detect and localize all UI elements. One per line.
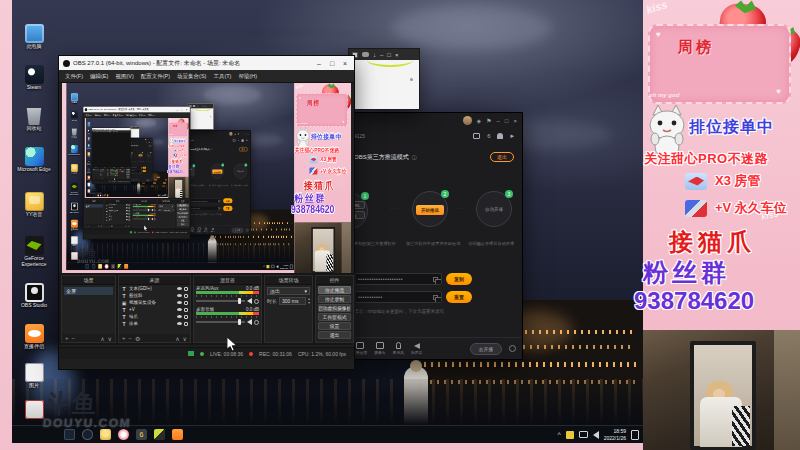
reset-key-button[interactable]: 重置 — [446, 291, 472, 303]
desktop-icon-this-pc[interactable]: 此电脑 — [86, 122, 91, 127]
remove-scene-button[interactable]: − — [72, 335, 76, 341]
volume-slider[interactable] — [196, 321, 245, 323]
flag-icon[interactable]: ⚑ — [486, 118, 491, 124]
speaker-icon[interactable] — [151, 209, 153, 212]
source-row[interactable]: T +V — [119, 306, 190, 313]
start-button[interactable] — [85, 264, 89, 269]
remove-scene-button[interactable]: − — [88, 224, 89, 227]
volume-slider[interactable] — [133, 210, 151, 211]
exit-button[interactable]: 退出 — [318, 331, 351, 339]
menu-scene-collection[interactable]: 场景集合(S) — [177, 73, 206, 80]
hidden-icons-chevron[interactable]: ^ — [557, 431, 560, 438]
volume-icon[interactable] — [593, 431, 599, 439]
speaker-control[interactable]: 扬声器 — [411, 343, 422, 355]
menu-file[interactable]: 文件(F) — [85, 114, 92, 117]
source-row[interactable]: T 接单 — [100, 175, 109, 176]
mic-control[interactable]: 麦克风 — [136, 179, 137, 181]
copy-icon[interactable] — [218, 207, 220, 209]
visibility-icon[interactable] — [177, 301, 182, 304]
add-scene-button[interactable]: + — [65, 335, 69, 341]
copy-icon[interactable] — [141, 171, 142, 172]
visibility-icon[interactable] — [177, 315, 182, 318]
source-row[interactable]: T 接单 — [119, 320, 190, 327]
desktop-icon-obs[interactable]: OBS Studio — [86, 168, 91, 173]
speaker-control[interactable]: 扬声器 — [210, 228, 214, 233]
avatar[interactable] — [229, 132, 232, 136]
menu-tools[interactable]: 工具(T) — [213, 73, 231, 80]
taskbar-app-douyu[interactable] — [100, 195, 101, 197]
stream-key-input[interactable]: ••••••••••• — [354, 291, 442, 303]
taskbar-app-six[interactable]: 6 — [136, 429, 147, 440]
maximize-icon[interactable]: □ — [505, 118, 509, 124]
scene-item[interactable]: 全屏 — [85, 204, 103, 207]
taskbar-app-gold[interactable] — [100, 429, 111, 440]
menu-view[interactable]: 视图(V) — [115, 73, 133, 80]
close-icon[interactable]: × — [513, 118, 517, 124]
visibility-icon[interactable] — [126, 216, 128, 217]
avatar[interactable] — [463, 116, 472, 125]
copy-url-button[interactable]: 复制 — [446, 273, 472, 285]
close-icon[interactable]: × — [247, 133, 248, 136]
info-icon[interactable]: ⓘ — [211, 148, 213, 151]
maximize-button[interactable]: □ — [180, 108, 184, 111]
add-scene-button[interactable]: + — [85, 224, 86, 227]
reset-key-button[interactable]: 重置 — [223, 206, 232, 211]
spinner-icons[interactable]: ▴▾ — [308, 297, 310, 305]
close-button[interactable]: × — [185, 108, 189, 111]
transition-select[interactable]: 淡出 ▾ — [158, 204, 174, 207]
go-live-button[interactable]: 去开播 — [232, 228, 244, 233]
exit-mode-button[interactable]: 退出 — [239, 147, 248, 151]
duration-input[interactable]: 300 ms — [163, 208, 173, 211]
minimize-icon[interactable]: – — [241, 133, 242, 136]
taskbar-app-wegame[interactable] — [118, 264, 122, 269]
scene-up-button[interactable]: ∧ — [100, 335, 104, 342]
virtual-camera-button[interactable]: 启动虚拟摄像机 — [177, 211, 189, 214]
taskbar-app-obs[interactable] — [82, 429, 93, 440]
settings-icon[interactable] — [246, 229, 249, 232]
lock-icon[interactable] — [184, 294, 188, 298]
visibility-icon[interactable] — [126, 219, 128, 220]
go-live-button[interactable]: 去开播 — [146, 179, 150, 181]
taskbar-app-wegame[interactable] — [104, 195, 105, 197]
add-source-button[interactable]: + — [122, 335, 126, 341]
lock-icon[interactable] — [184, 287, 188, 291]
exit-button[interactable]: 退出 — [177, 223, 189, 226]
taskbar-clock[interactable]: 18:59 2022/1/26 — [604, 428, 626, 441]
settings-icon[interactable] — [509, 345, 516, 352]
source-properties-button[interactable]: ⚙ — [135, 335, 140, 342]
obs-preview[interactable] — [92, 133, 130, 167]
copy-url-button[interactable]: 复制 — [143, 167, 146, 169]
close-button[interactable]: × — [340, 60, 350, 67]
menu-tools[interactable]: 工具(T) — [139, 114, 146, 117]
source-row[interactable]: ▣ 视频采集设备 — [119, 299, 190, 306]
camera-control[interactable]: 摄像头 — [197, 227, 201, 232]
copy-icon[interactable] — [433, 295, 438, 300]
camera-control[interactable]: 摄像头 — [133, 179, 134, 181]
menu-scene-collection[interactable]: 场景集合(S) — [126, 114, 137, 117]
taskbar-app-six[interactable]: 6 — [102, 195, 103, 197]
flag-icon[interactable]: ⚑ — [238, 133, 240, 136]
source-row[interactable]: T 猫爪 — [119, 313, 190, 320]
duration-input[interactable]: 300 ms — [279, 297, 306, 305]
start-stream-button[interactable]: 开始推流 — [139, 155, 143, 157]
menu-help[interactable]: 帮助(H) — [238, 73, 257, 80]
shield-icon[interactable]: ◈ — [477, 118, 482, 124]
taskbar-app-wegame[interactable] — [154, 429, 165, 440]
source-down-button[interactable]: ∨ — [183, 335, 187, 342]
scene-up-button[interactable]: ∧ — [98, 224, 100, 227]
minimize-button[interactable]: – — [314, 60, 324, 67]
remove-source-button[interactable]: − — [108, 224, 109, 227]
lock-icon[interactable] — [184, 308, 188, 312]
display-icon[interactable] — [271, 265, 274, 268]
source-properties-button[interactable]: ⚙ — [102, 178, 103, 179]
taskbar-clock[interactable]: 18:59 2022/1/26 — [163, 194, 166, 196]
copy-icon[interactable] — [218, 200, 220, 202]
visibility-icon[interactable] — [126, 207, 128, 208]
desktop-icon-edge[interactable]: Microsoft Edge — [67, 145, 82, 156]
volume-icon[interactable] — [276, 265, 278, 268]
lock-icon[interactable] — [128, 219, 129, 221]
rtmp-url-input[interactable]: •••••••••••••••••••• — [354, 273, 442, 285]
mic-control[interactable]: 麦克风 — [204, 227, 208, 232]
desktop-icon-edge[interactable]: Microsoft Edge — [86, 144, 91, 149]
rtmp-url-input[interactable]: •••••••••••••••••••• — [190, 198, 222, 203]
